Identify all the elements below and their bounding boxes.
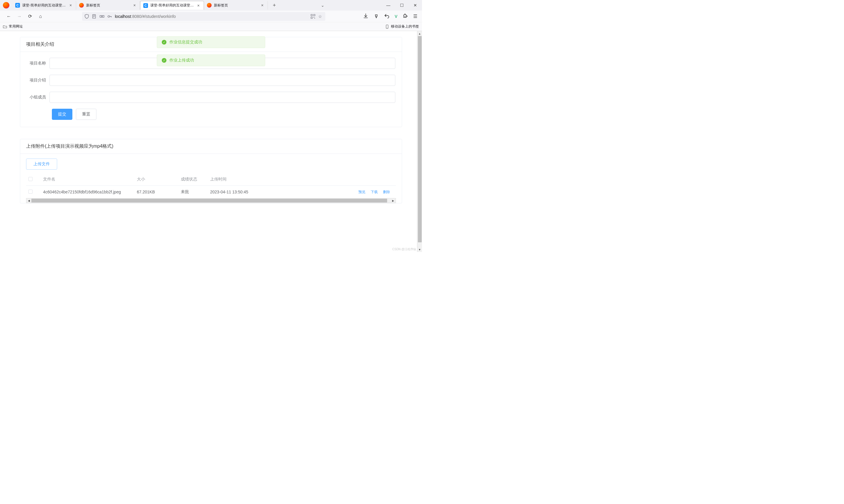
svg-rect-5 (313, 14, 315, 16)
firefox-icon (207, 3, 212, 7)
svg-rect-1 (100, 16, 102, 17)
downloads-icon[interactable] (363, 13, 369, 20)
project-intro-label: 项目介绍 (23, 78, 50, 83)
scrollbar-thumb[interactable] (418, 36, 422, 242)
shield-icon[interactable] (84, 14, 89, 19)
svg-rect-8 (315, 18, 315, 18)
classroom-app-icon: C (15, 3, 20, 7)
firefox-logo-icon (3, 2, 10, 8)
check-circle-icon: ✓ (162, 58, 166, 63)
attachments-table: 文件名 大小 成绩状态 上传时间 4c60462c4be72150fdbf16d… (26, 173, 396, 198)
team-members-label: 小组成员 (23, 95, 50, 100)
csdn-watermark: CSDN @汪程序猿 (392, 247, 416, 251)
scroll-up-icon[interactable]: ▲ (417, 31, 422, 36)
scroll-right-icon[interactable]: ▶ (391, 198, 396, 203)
browser-tab-2[interactable]: C 课堂-简单好用的互动课堂管理 × (140, 1, 204, 10)
close-icon[interactable]: × (260, 3, 265, 7)
column-time: 上传时间 (208, 173, 278, 186)
classroom-app-icon: C (143, 3, 148, 8)
toast-submit-success: ✓ 作业信息提交成功 (157, 36, 265, 48)
delete-link[interactable]: 删除 (383, 190, 390, 194)
svg-rect-2 (102, 16, 104, 17)
close-icon[interactable]: × (196, 3, 201, 8)
download-link[interactable]: 下载 (371, 190, 378, 194)
scroll-left-icon[interactable]: ◀ (26, 198, 31, 203)
window-close-button[interactable]: ✕ (409, 0, 422, 11)
extensions-icon[interactable] (403, 13, 408, 20)
forward-button[interactable]: → (15, 12, 23, 20)
url-field[interactable]: localhost:8080/#/student/workinfo ☆ (82, 12, 325, 21)
project-intro-input[interactable] (50, 75, 395, 86)
cell-status: 未批 (178, 186, 208, 198)
back-button[interactable]: ← (5, 12, 13, 20)
bookmark-mobile[interactable]: 移动设备上的书签 (385, 24, 419, 29)
team-members-input[interactable] (50, 92, 395, 103)
upload-attachment-card: 上传附件(上传项目演示视频应为mp4格式) 上传文件 文件名 大小 成绩状态 上… (20, 139, 402, 203)
browser-tab-3[interactable]: 新标签页 × (204, 1, 268, 10)
submit-button[interactable]: 提交 (52, 109, 72, 120)
folder-icon (3, 24, 7, 29)
scrollbar-thumb[interactable] (31, 199, 387, 202)
svg-rect-7 (313, 17, 314, 18)
new-tab-button[interactable]: + (270, 2, 279, 8)
window-maximize-button[interactable]: ☐ (395, 0, 409, 11)
scroll-down-icon[interactable]: ▼ (417, 247, 422, 252)
close-icon[interactable]: × (68, 3, 73, 7)
tabs-dropdown-icon[interactable]: ⌄ (321, 3, 324, 7)
preview-link[interactable]: 预览 (358, 190, 365, 194)
project-name-label: 项目名称 (23, 61, 50, 66)
svg-rect-0 (93, 14, 95, 18)
url-text: localhost:8080/#/student/workinfo (115, 14, 176, 19)
row-checkbox[interactable] (29, 190, 33, 194)
vertical-scrollbar[interactable]: ▲ ▼ (417, 31, 422, 252)
page-content: ✓ 作业信息提交成功 ✓ 作业上传成功 项目相关介绍 项目名称 项目介绍 小组成… (0, 31, 422, 252)
browser-tab-1[interactable]: 新标签页 × (76, 1, 140, 10)
tab-title: 新标签页 (86, 3, 130, 8)
check-circle-icon: ✓ (162, 40, 166, 44)
firefox-icon (79, 3, 84, 7)
column-filename: 文件名 (41, 173, 134, 186)
tab-title: 课堂-简单好用的互动课堂管理 (150, 3, 194, 8)
window-minimize-button[interactable]: — (381, 0, 395, 11)
cell-filename: 4c60462c4be72150fdbf16d96ca1bb2f.jpeg (41, 186, 134, 198)
column-size: 大小 (134, 173, 178, 186)
tab-title: 课堂-简单好用的互动课堂管理 (22, 3, 66, 8)
browser-tabs-bar: C 课堂-简单好用的互动课堂管理 × 新标签页 × C 课堂-简单好用的互动课堂… (0, 0, 422, 11)
toast-message: 作业上传成功 (169, 58, 194, 63)
reset-button[interactable]: 重置 (76, 109, 96, 120)
browser-tab-0[interactable]: C 课堂-简单好用的互动课堂管理 × (12, 1, 76, 10)
project-info-card: 项目相关介绍 项目名称 项目介绍 小组成员 提交 重置 (20, 37, 402, 127)
toast-upload-success: ✓ 作业上传成功 (157, 54, 265, 66)
svg-point-3 (108, 16, 110, 17)
qr-icon[interactable] (311, 14, 315, 19)
card-title: 上传附件(上传项目演示视频应为mp4格式) (20, 139, 402, 154)
bookmark-star-icon[interactable]: ☆ (318, 14, 323, 19)
window-controls: — ☐ ✕ (381, 0, 422, 11)
mobile-icon (385, 24, 389, 29)
reload-button[interactable]: ⟳ (26, 12, 34, 20)
column-status: 成绩状态 (178, 173, 208, 186)
select-all-checkbox[interactable] (29, 177, 33, 181)
table-row: 4c60462c4be72150fdbf16d96ca1bb2f.jpeg 67… (26, 186, 396, 198)
svg-rect-4 (311, 14, 312, 16)
bookmarks-bar: 常用网址 移动设备上的书签 (0, 22, 422, 31)
undo-icon[interactable] (384, 13, 390, 20)
address-bar: ← → ⟳ ⌂ localhost:8080/#/student/workinf… (0, 11, 422, 22)
cell-size: 67.201KB (134, 186, 178, 198)
close-icon[interactable]: × (132, 3, 137, 7)
pocket-icon[interactable] (374, 13, 379, 20)
bookmark-common-sites[interactable]: 常用网址 (3, 24, 23, 29)
home-button[interactable]: ⌂ (36, 12, 44, 20)
page-info-icon[interactable] (92, 14, 97, 19)
svg-point-10 (387, 28, 387, 28)
tab-title: 新标签页 (214, 3, 257, 8)
cell-time: 2023-04-11 13:50:45 (208, 186, 278, 198)
svg-rect-6 (311, 17, 312, 18)
key-icon[interactable] (107, 14, 112, 19)
permissions-icon[interactable] (100, 14, 104, 19)
upload-file-button[interactable]: 上传文件 (26, 159, 57, 170)
menu-icon[interactable]: ☰ (413, 14, 417, 19)
vue-devtools-icon[interactable]: V (395, 14, 397, 19)
horizontal-scrollbar[interactable]: ◀ ▶ (26, 198, 396, 203)
toast-message: 作业信息提交成功 (169, 39, 202, 45)
